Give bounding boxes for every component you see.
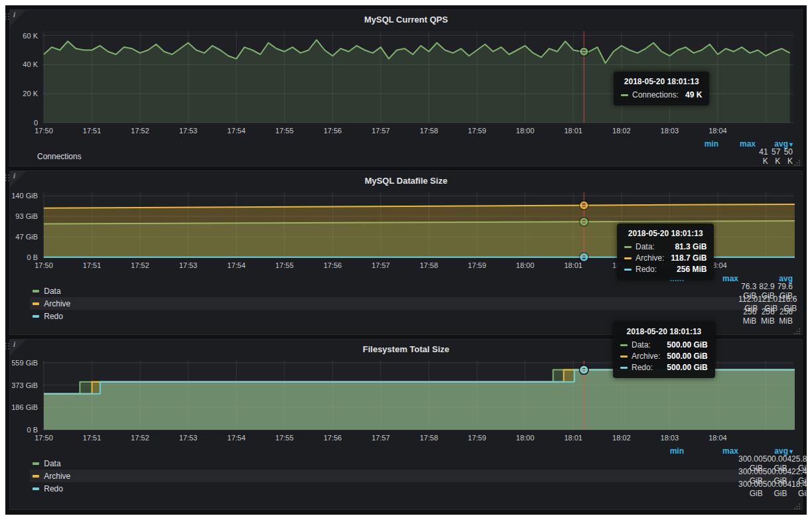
svg-text:17:56: 17:56 xyxy=(324,127,342,135)
legend-row: Data 76.3 GiB 82.9 GiB 79.6 GiB xyxy=(30,285,793,297)
series-color-swatch xyxy=(620,344,628,346)
legend-series-redo[interactable]: Redo xyxy=(33,484,87,493)
series-color-swatch xyxy=(624,269,632,271)
svg-text:17:53: 17:53 xyxy=(179,261,198,269)
tooltip-series-name: Archive: xyxy=(632,352,660,361)
svg-text:18:04: 18:04 xyxy=(709,434,727,442)
stat-avg: 50 K xyxy=(780,147,793,166)
tooltip-timestamp: 2018-05-20 18:01:13 xyxy=(624,229,707,238)
tooltip-series-name: Data: xyxy=(632,340,651,350)
legend-stat-headers: min max avg▾ xyxy=(30,445,793,457)
svg-text:18:01: 18:01 xyxy=(564,261,582,269)
panel-title[interactable]: MySQL Datafile Size xyxy=(10,171,802,189)
legend-series-redo[interactable]: Redo xyxy=(33,312,87,321)
series-color-swatch xyxy=(620,356,628,358)
legend-series-connections[interactable]: Connections xyxy=(33,152,70,161)
series-color-swatch xyxy=(621,94,628,96)
legend-sort-max[interactable]: max xyxy=(684,446,738,456)
legend-row: Archive 112.0 GiB 121.0 GiB 116.6 GiB xyxy=(30,297,793,310)
panel-drag-handle[interactable] xyxy=(5,343,9,352)
svg-text:140 GiB: 140 GiB xyxy=(12,192,38,200)
panel-title[interactable]: MySQL Current QPS xyxy=(10,10,802,28)
svg-text:17:55: 17:55 xyxy=(275,127,294,135)
tooltip-timestamp: 2018-05-20 18:01:13 xyxy=(620,327,708,336)
tooltip-series-value: 256 MiB xyxy=(677,265,707,274)
svg-text:373 GiB: 373 GiB xyxy=(12,381,38,389)
panel-resize-handle[interactable] xyxy=(793,500,801,508)
panel-drag-handle[interactable] xyxy=(5,13,9,23)
tooltip-timestamp: 2018-05-20 18:01:13 xyxy=(621,77,702,86)
svg-text:17:50: 17:50 xyxy=(34,261,53,269)
svg-text:17:51: 17:51 xyxy=(83,261,102,269)
panel-info-corner[interactable]: i xyxy=(10,171,26,187)
legend-series-archive[interactable]: Archive xyxy=(33,472,87,481)
legend: min max avg▾ Connections 41 K 57 K 50 K xyxy=(30,138,793,162)
svg-text:17:59: 17:59 xyxy=(468,261,486,269)
svg-text:17:55: 17:55 xyxy=(275,261,294,269)
svg-text:20 K: 20 K xyxy=(23,90,38,98)
svg-text:18:03: 18:03 xyxy=(661,434,679,442)
svg-text:18:00: 18:00 xyxy=(516,127,535,135)
panel-resize-handle[interactable] xyxy=(793,157,801,164)
svg-text:60 K: 60 K xyxy=(23,32,38,40)
svg-text:17:52: 17:52 xyxy=(131,127,149,135)
svg-text:93 GiB: 93 GiB xyxy=(15,212,38,220)
svg-text:17:54: 17:54 xyxy=(228,261,246,269)
graph-tooltip: 2018-05-20 18:01:13 Data: 500.00 GiB Arc… xyxy=(613,322,715,378)
series-color-swatch xyxy=(33,462,39,465)
panel-info-corner[interactable]: i xyxy=(10,10,26,26)
svg-text:17:50: 17:50 xyxy=(34,127,53,135)
legend-row: Data 300.00 GiB 500.00 GiB 425.86 GiB xyxy=(30,457,793,470)
svg-text:559 GiB: 559 GiB xyxy=(12,359,38,367)
series-color-swatch xyxy=(33,487,39,490)
legend-series-data[interactable]: Data xyxy=(33,287,87,296)
svg-text:17:59: 17:59 xyxy=(468,127,486,135)
graph-tooltip: 2018-05-20 18:01:13 Data: 81.3 GiB Archi… xyxy=(617,224,714,280)
tooltip-series-value: 500.00 GiB xyxy=(667,340,707,350)
stat-max: 256 MiB xyxy=(756,307,774,326)
svg-text:17:58: 17:58 xyxy=(420,261,439,269)
svg-text:17:56: 17:56 xyxy=(324,434,342,442)
legend: min max avg Data 76.3 GiB 82.9 GiB 79.6 … xyxy=(30,273,793,322)
svg-text:186 GiB: 186 GiB xyxy=(12,403,38,411)
svg-text:17:53: 17:53 xyxy=(179,127,198,135)
stat-avg: 256 MiB xyxy=(775,307,793,326)
tooltip-series-value: 49 K xyxy=(685,90,702,99)
svg-text:18:02: 18:02 xyxy=(612,127,631,135)
legend: min max avg▾ Data 300.00 GiB 500.00 GiB … xyxy=(30,445,793,495)
svg-text:17:54: 17:54 xyxy=(228,434,246,442)
svg-text:18:01: 18:01 xyxy=(564,434,582,442)
panel-resize-handle[interactable] xyxy=(793,325,801,333)
legend-sort-max[interactable]: max xyxy=(718,139,756,149)
svg-text:17:50: 17:50 xyxy=(34,434,53,442)
svg-text:18:00: 18:00 xyxy=(516,434,535,442)
stat-max: 500.00 GiB xyxy=(763,480,787,498)
legend-row: Redo 300.00 GiB 500.00 GiB 418.42 GiB xyxy=(30,482,793,495)
legend-sort-min[interactable]: min xyxy=(681,139,718,149)
svg-text:17:51: 17:51 xyxy=(83,434,102,442)
legend-series-data[interactable]: Data xyxy=(33,459,87,468)
tooltip-series-name: Connections: xyxy=(632,90,679,99)
info-icon: i xyxy=(13,172,15,180)
svg-text:17:59: 17:59 xyxy=(468,434,486,442)
legend-sort-min[interactable]: min xyxy=(630,446,684,456)
svg-text:17:57: 17:57 xyxy=(372,434,390,442)
svg-text:17:51: 17:51 xyxy=(83,127,102,135)
svg-text:47 GiB: 47 GiB xyxy=(15,233,38,241)
legend-series-archive[interactable]: Archive xyxy=(33,299,87,308)
panel-drag-handle[interactable] xyxy=(5,174,9,184)
legend-row: Connections 41 K 57 K 50 K xyxy=(30,150,793,162)
grafana-dashboard: i MySQL Current QPS 020 K40 K60 K17:5017… xyxy=(5,5,807,515)
tooltip-series-name: Redo: xyxy=(632,363,653,372)
series-color-swatch xyxy=(624,246,632,248)
svg-text:17:58: 17:58 xyxy=(420,434,439,442)
legend-row: Redo 256 MiB 256 MiB 256 MiB xyxy=(30,310,793,322)
graph-tooltip: 2018-05-20 18:01:13 Connections: 49 K xyxy=(614,72,709,105)
series-color-swatch xyxy=(33,290,39,292)
svg-text:17:55: 17:55 xyxy=(275,434,294,442)
series-color-swatch xyxy=(624,257,632,259)
svg-text:0: 0 xyxy=(34,119,38,127)
stat-min: 41 K xyxy=(756,147,768,166)
info-icon: i xyxy=(13,11,15,19)
panel-info-corner[interactable]: i xyxy=(10,340,26,356)
